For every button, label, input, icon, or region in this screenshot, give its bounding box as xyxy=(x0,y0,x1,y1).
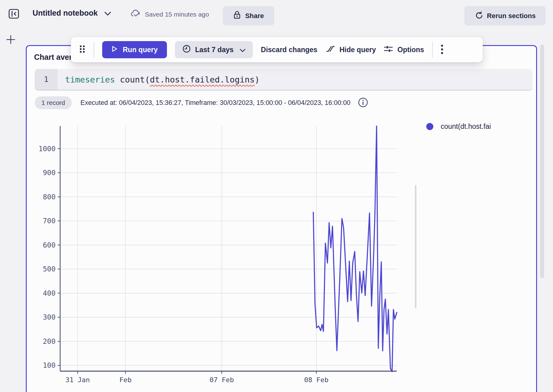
svg-text:1000: 1000 xyxy=(39,145,56,153)
execution-info: Executed at: 06/04/2023, 15:36:27, Timef… xyxy=(80,99,350,107)
svg-text:700: 700 xyxy=(43,217,56,225)
toolbar-divider xyxy=(94,42,94,58)
legend-dot xyxy=(426,123,433,130)
chevron-down-icon xyxy=(104,9,111,17)
run-query-button[interactable]: Run query xyxy=(102,41,167,58)
run-query-label: Run query xyxy=(123,46,158,54)
rerun-label: Rerun sections xyxy=(487,12,536,20)
line-number-gutter: 1 xyxy=(35,69,58,90)
line-number: 1 xyxy=(44,75,48,84)
svg-text:Feb: Feb xyxy=(119,376,132,384)
result-status-row: 1 record Executed at: 06/04/2023, 15:36:… xyxy=(35,96,368,109)
legend-label: count(dt.host.fai xyxy=(441,122,491,131)
record-count-badge: 1 record xyxy=(35,96,72,109)
svg-text:800: 800 xyxy=(43,193,56,201)
code-keyword: timeseries xyxy=(65,75,115,84)
hide-query-icon xyxy=(325,45,335,55)
save-status-text: Saved 15 minutes ago xyxy=(145,11,209,18)
notebook-app: Untitled notebook Saved 15 minutes ago xyxy=(0,0,553,392)
svg-text:31 Jan: 31 Jan xyxy=(65,376,90,384)
notebook-title: Untitled notebook xyxy=(33,9,98,17)
svg-text:400: 400 xyxy=(43,289,56,297)
execution-info-button[interactable] xyxy=(358,97,368,109)
section-toolbar: Run query Last 7 days Discard changes xyxy=(71,37,483,62)
legend-item[interactable]: count(dt.host.fai xyxy=(426,122,491,131)
code-mid: count( xyxy=(115,75,150,84)
kebab-menu-icon xyxy=(441,44,443,56)
svg-text:08 Feb: 08 Feb xyxy=(304,376,328,384)
rerun-sections-button[interactable]: Rerun sections xyxy=(464,6,546,25)
clock-icon xyxy=(182,44,191,55)
refresh-icon xyxy=(474,11,483,21)
svg-text:500: 500 xyxy=(43,265,56,273)
info-icon xyxy=(358,97,368,109)
query-code-line[interactable]: timeseries count(dt.host.failed.logins) xyxy=(58,69,532,90)
hide-query-button[interactable]: Hide query xyxy=(325,45,376,55)
svg-text:200: 200 xyxy=(43,337,56,345)
plus-icon xyxy=(6,34,16,46)
share-button[interactable]: Share xyxy=(223,6,274,25)
more-actions-button[interactable] xyxy=(441,44,443,56)
play-icon xyxy=(111,45,118,54)
options-label: Options xyxy=(397,46,424,54)
section-title: Chart aver xyxy=(34,53,72,62)
notebook-title-menu[interactable]: Untitled notebook xyxy=(33,9,111,17)
page-scrollbar[interactable] xyxy=(540,44,544,278)
code-field-error: dt.host.failed.logins xyxy=(150,75,254,84)
code-close: ) xyxy=(255,75,260,84)
discard-changes-label: Discard changes xyxy=(261,46,317,54)
sliders-icon xyxy=(384,45,393,55)
collapse-sidebar-button[interactable] xyxy=(8,8,20,21)
chevron-down-icon xyxy=(240,46,246,54)
chart-svg[interactable]: 100200300400500600700800900100031 JanFeb… xyxy=(34,122,418,386)
options-button[interactable]: Options xyxy=(384,45,424,55)
chart-area: 100200300400500600700800900100031 JanFeb… xyxy=(34,122,418,387)
collapse-panel-icon xyxy=(8,8,20,21)
share-label: Share xyxy=(245,12,264,20)
query-editor[interactable]: 1 timeseries count(dt.host.failed.logins… xyxy=(35,69,532,90)
legend-scrollbar[interactable] xyxy=(415,185,416,308)
svg-text:600: 600 xyxy=(43,241,56,249)
grip-dots-icon xyxy=(79,44,86,55)
notebook-section-card[interactable]: Chart aver 1 timeseries count(dt.host.fa… xyxy=(26,45,537,392)
drag-handle[interactable] xyxy=(79,44,86,55)
toolbar-divider xyxy=(432,42,433,58)
svg-text:07 Feb: 07 Feb xyxy=(210,376,234,384)
lock-icon xyxy=(233,10,241,21)
svg-text:900: 900 xyxy=(43,169,56,177)
svg-text:300: 300 xyxy=(43,313,56,321)
timeframe-label: Last 7 days xyxy=(195,46,234,54)
add-section-button[interactable] xyxy=(6,34,16,46)
cloud-check-icon xyxy=(130,9,141,19)
save-status: Saved 15 minutes ago xyxy=(130,9,209,19)
discard-changes-button[interactable]: Discard changes xyxy=(261,46,317,54)
timeframe-selector[interactable]: Last 7 days xyxy=(175,41,253,58)
svg-text:100: 100 xyxy=(43,361,56,369)
hide-query-label: Hide query xyxy=(339,46,376,54)
